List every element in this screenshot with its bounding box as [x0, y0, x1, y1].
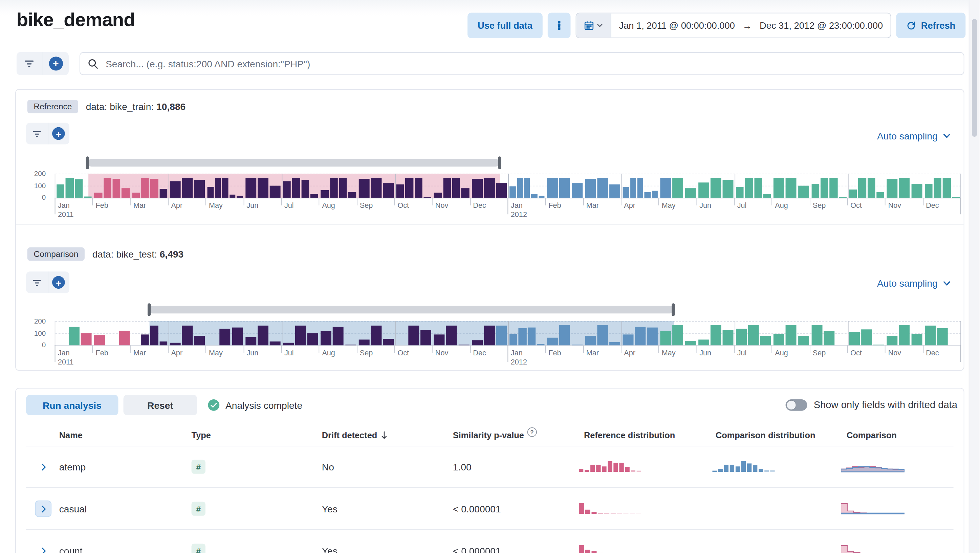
- histogram-bar: [396, 184, 404, 198]
- histogram-bar: [222, 178, 228, 198]
- histogram-bar: [215, 178, 221, 198]
- histogram-bar: [258, 178, 269, 198]
- brush-handle-start[interactable]: [147, 303, 150, 316]
- analysis-status-label: Analysis complete: [226, 400, 302, 410]
- histogram-bar: [461, 189, 469, 198]
- brush-handle-start[interactable]: [86, 156, 89, 169]
- show-drifted-toggle[interactable]: [786, 399, 807, 411]
- comparison-overlay-chart: [841, 461, 905, 472]
- reference-sampling-menu[interactable]: Auto sampling: [877, 130, 951, 141]
- reference-add-filter-button[interactable]: +: [48, 123, 69, 145]
- histogram-bar: [509, 334, 517, 345]
- month-label: Dec: [926, 201, 939, 210]
- field-type-cell: #: [192, 544, 205, 553]
- reset-label: Reset: [147, 400, 173, 410]
- sort-desc-icon: [380, 431, 388, 439]
- reference-doc-count: 10,886: [156, 101, 186, 112]
- histogram-bar: [911, 183, 922, 198]
- month-label: Sep: [813, 349, 826, 358]
- reference-filter-button[interactable]: [26, 123, 48, 145]
- histogram-bar: [348, 192, 356, 198]
- comparison-distribution-chart: [712, 461, 776, 472]
- histogram-bar: [484, 325, 495, 345]
- run-analysis-label: Run analysis: [43, 400, 102, 410]
- comparison-filter-button[interactable]: [26, 272, 48, 293]
- histogram-bar: [57, 184, 64, 198]
- histogram-bar: [295, 325, 306, 345]
- reference-distribution-chart: [578, 461, 642, 472]
- histogram-bar: [446, 325, 457, 345]
- histogram-bar: [824, 331, 834, 345]
- histogram-bar: [283, 343, 294, 345]
- drift-filter-toggle-zone: Show only fields with drifted data: [786, 399, 957, 411]
- data-comparison-panel: Reference data: bike_train: 10,886 + Aut…: [15, 89, 964, 370]
- month-label: Feb: [548, 349, 561, 358]
- date-end-field[interactable]: Dec 31, 2012 @ 23:00:00.000: [752, 13, 891, 37]
- field-type-cell: #: [192, 502, 205, 516]
- drift-detected-value: Yes: [322, 503, 337, 514]
- brush-handle-end[interactable]: [498, 156, 501, 169]
- p-value: 1.00: [453, 461, 472, 472]
- histogram-bar: [630, 178, 636, 198]
- histogram-bar: [786, 178, 797, 198]
- histogram-bar: [194, 336, 205, 345]
- month-label: Oct: [398, 349, 409, 358]
- histogram-bar: [673, 325, 684, 345]
- brush-track[interactable]: [149, 306, 673, 314]
- expand-row-button[interactable]: [35, 542, 51, 553]
- app-root: bike_demand Use full data Jan 1, 2011 @ …: [0, 0, 980, 553]
- month-label: Oct: [850, 349, 862, 358]
- reset-button[interactable]: Reset: [123, 395, 198, 415]
- month-label: Nov: [888, 201, 901, 210]
- histogram-bar: [937, 328, 948, 345]
- add-filter-button[interactable]: +: [42, 52, 69, 75]
- comparison-sampling-menu[interactable]: Auto sampling: [877, 278, 951, 289]
- month-label: Apr: [171, 201, 183, 210]
- date-quick-select-button[interactable]: [576, 13, 611, 37]
- field-type-cell: #: [192, 460, 205, 474]
- histogram-bar: [159, 189, 167, 198]
- query-menu-button[interactable]: [548, 13, 571, 38]
- month-label: Aug: [322, 201, 335, 210]
- histogram-bar: [754, 178, 762, 198]
- comparison-add-filter-button[interactable]: +: [48, 272, 69, 293]
- histogram-bar: [519, 328, 527, 345]
- scrollbar-thumb[interactable]: [972, 19, 977, 137]
- month-label: Jun: [699, 201, 711, 210]
- date-start-field[interactable]: Jan 1, 2011 @ 00:00:00.000: [611, 13, 742, 37]
- expand-row-button[interactable]: [35, 501, 51, 517]
- histogram-bar: [924, 325, 935, 345]
- refresh-button[interactable]: Refresh: [896, 13, 966, 38]
- brush-track[interactable]: [88, 159, 499, 167]
- numeric-type-badge: #: [192, 460, 205, 474]
- comparison-header: Comparison data: bike_test: 6,493: [27, 247, 183, 261]
- plus-icon: +: [52, 127, 65, 140]
- search-bar: [80, 52, 964, 75]
- filter-menu-button[interactable]: [17, 52, 42, 75]
- plus-icon: +: [52, 276, 65, 289]
- header-p-value: Similarity p-value?: [453, 431, 537, 440]
- histogram-bar: [821, 178, 828, 198]
- histogram-bar: [537, 344, 545, 345]
- histogram-bar: [472, 340, 483, 345]
- histogram-bar: [119, 331, 130, 345]
- chevron-right-icon: [39, 547, 48, 553]
- brush-handle-end[interactable]: [671, 303, 675, 316]
- histogram-bar: [839, 197, 846, 198]
- histogram-bar: [673, 178, 684, 198]
- histogram-bar: [232, 327, 243, 346]
- filter-icon: [32, 129, 41, 137]
- histogram-bar: [559, 325, 570, 345]
- use-full-data-button[interactable]: Use full data: [468, 13, 542, 38]
- histogram-bar: [547, 178, 558, 198]
- reference-index-label: data: bike_train:: [86, 101, 154, 112]
- histogram-bar: [858, 178, 866, 198]
- histogram-bar: [245, 337, 256, 345]
- search-input[interactable]: [104, 57, 956, 70]
- run-analysis-button[interactable]: Run analysis: [26, 395, 118, 415]
- expand-row-button[interactable]: [35, 459, 51, 475]
- header-drift-detected[interactable]: Drift detected: [322, 431, 388, 440]
- numeric-type-badge: #: [192, 502, 205, 516]
- histogram-bar: [559, 178, 570, 198]
- reference-distribution-cell: [578, 503, 642, 515]
